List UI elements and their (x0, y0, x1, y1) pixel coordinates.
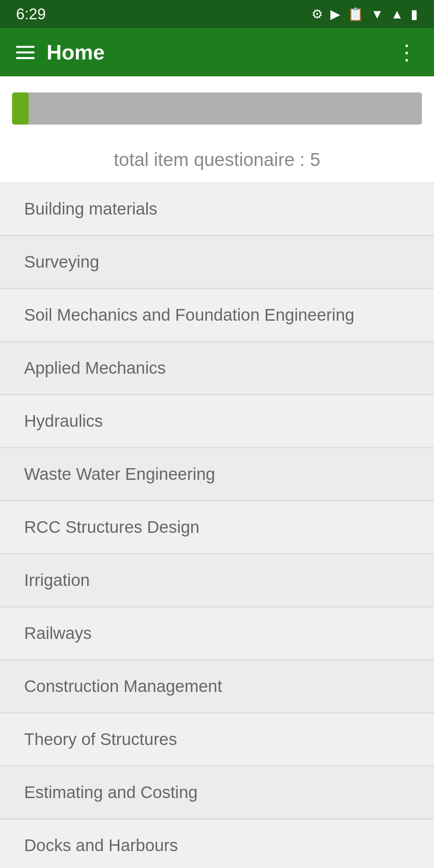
list-item-text: Building materials (24, 199, 158, 219)
list-item-text: Railways (24, 624, 92, 643)
list-item[interactable]: Estimating and Costing (0, 766, 434, 819)
list-item[interactable]: Docks and Harbours (0, 819, 434, 868)
status-icons: ⚙ ▶ 📋 ▼ ▲ ▮ (311, 6, 418, 22)
battery-icon: ▮ (411, 6, 418, 22)
app-title: Home (47, 40, 104, 64)
total-item-section: total item questionaire : 5 (0, 133, 434, 182)
list-item[interactable]: Surveying (0, 235, 434, 289)
list-item[interactable]: Hydraulics (0, 395, 434, 448)
list-item-text: RCC Structures Design (24, 518, 199, 537)
app-bar-left: Home (16, 40, 104, 64)
settings-icon: ⚙ (311, 6, 323, 22)
more-options-button[interactable]: ⋮ (396, 40, 418, 64)
list-item-text: Waste Water Engineering (24, 465, 215, 484)
list-item-text: Hydraulics (24, 411, 103, 431)
list-item[interactable]: Irrigation (0, 554, 434, 607)
hamburger-line-1 (16, 46, 35, 48)
list-item[interactable]: Building materials (0, 182, 434, 235)
play-protect-icon: ▶ (330, 6, 340, 22)
status-bar: 6:29 ⚙ ▶ 📋 ▼ ▲ ▮ (0, 0, 434, 28)
clipboard-icon: 📋 (348, 6, 364, 22)
list-section: Building materials Surveying Soil Mechan… (0, 182, 434, 868)
list-item-text: Applied Mechanics (24, 358, 166, 378)
total-item-text: total item questionaire : 5 (114, 149, 320, 170)
list-item[interactable]: Waste Water Engineering (0, 448, 434, 501)
progress-bar-container (12, 92, 422, 125)
progress-section (0, 76, 434, 133)
status-time: 6:29 (16, 6, 46, 23)
list-item-text: Soil Mechanics and Foundation Engineerin… (24, 305, 354, 325)
hamburger-line-2 (16, 51, 35, 53)
list-item-text: Theory of Structures (24, 730, 177, 749)
list-item[interactable]: Construction Management (0, 660, 434, 713)
wifi-icon: ▼ (371, 7, 384, 22)
hamburger-menu-button[interactable] (16, 46, 35, 59)
list-item-text: Docks and Harbours (24, 836, 178, 855)
progress-bar-fill (12, 92, 29, 125)
list-item[interactable]: RCC Structures Design (0, 501, 434, 554)
list-item-text: Surveying (24, 252, 99, 272)
list-item-text: Construction Management (24, 677, 222, 696)
list-item[interactable]: Soil Mechanics and Foundation Engineerin… (0, 289, 434, 342)
list-item[interactable]: Applied Mechanics (0, 342, 434, 395)
signal-icon: ▲ (391, 7, 403, 22)
list-item-theory-of-structures[interactable]: Theory of Structures (0, 713, 434, 766)
list-item[interactable]: Railways (0, 607, 434, 660)
hamburger-line-3 (16, 57, 35, 59)
list-item-text: Irrigation (24, 571, 90, 590)
app-bar: Home ⋮ (0, 28, 434, 76)
list-item-text: Estimating and Costing (24, 783, 198, 802)
